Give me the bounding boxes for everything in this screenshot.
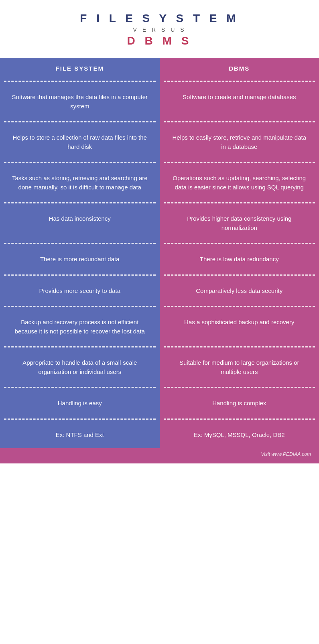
fs-cell-8: Handling is easy [0,390,160,417]
fs-cell-7: Appropriate to handle data of a small-sc… [0,349,160,385]
table-row: Backup and recovery process is not effic… [0,309,319,345]
dbms-cell-8: Handling is complex [160,390,319,417]
fs-cell-2: Tasks such as storing, retrieving and se… [0,165,160,201]
dbms-cell-4: There is low data redundancy [160,246,319,273]
dbms-cell-6: Has a sophisticated backup and recovery [160,309,319,345]
dbms-cell-0: Software to create and manage databases [160,84,319,120]
table-row: There is more redundant data There is lo… [0,246,319,273]
table-row: Ex: NTFS and Ext Ex: MySQL, MSSQL, Oracl… [0,422,319,449]
separator-0 [0,79,319,84]
dbms-column-header: DBMS [160,58,319,79]
separator-2 [0,160,319,165]
comparison-table: FILE SYSTEM DBMS Software that manages t… [0,58,319,463]
dbms-cell-5: Comparatively less data security [160,278,319,305]
dbms-cell-7: Suitable for medium to large organizatio… [160,349,319,385]
table-row: Appropriate to handle data of a small-sc… [0,349,319,385]
footer-text: Visit www.PEDIAA.com [261,451,311,457]
separator-1 [0,120,319,124]
header: F I L E S Y S T E M V E R S U S D B M S [0,0,319,58]
separator-3 [0,201,319,205]
separator-5 [0,273,319,278]
fs-cell-3: Has data inconsistency [0,205,160,241]
title-filesystem: F I L E S Y S T E M [8,12,311,25]
table-row: Helps to store a collection of raw data … [0,124,319,160]
fs-cell-1: Helps to store a collection of raw data … [0,124,160,160]
dbms-cell-9: Ex: MySQL, MSSQL, Oracle, DB2 [160,422,319,449]
fs-cell-9: Ex: NTFS and Ext [0,422,160,449]
title-versus: V E R S U S [8,26,311,33]
table-row: Software that manages the data files in … [0,84,319,120]
separator-8 [0,385,319,390]
title-dbms: D B M S [8,35,311,47]
fs-cell-5: Provides more security to data [0,278,160,305]
column-headers: FILE SYSTEM DBMS [0,58,319,79]
table-row: Has data inconsistency Provides higher d… [0,205,319,241]
table-row: Handling is easy Handling is complex [0,390,319,417]
dbms-cell-2: Operations such as updating, searching, … [160,165,319,201]
separator-4 [0,241,319,246]
separator-6 [0,304,319,309]
fs-column-header: FILE SYSTEM [0,58,160,79]
fs-cell-4: There is more redundant data [0,246,160,273]
separator-9 [0,417,319,422]
dbms-cell-1: Helps to easily store, retrieve and mani… [160,124,319,160]
table-row: Provides more security to data Comparati… [0,278,319,305]
separator-7 [0,345,319,349]
dbms-cell-3: Provides higher data consistency using n… [160,205,319,241]
fs-cell-0: Software that manages the data files in … [0,84,160,120]
table-row: Tasks such as storing, retrieving and se… [0,165,319,201]
footer: Visit www.PEDIAA.com [0,448,319,463]
fs-cell-6: Backup and recovery process is not effic… [0,309,160,345]
